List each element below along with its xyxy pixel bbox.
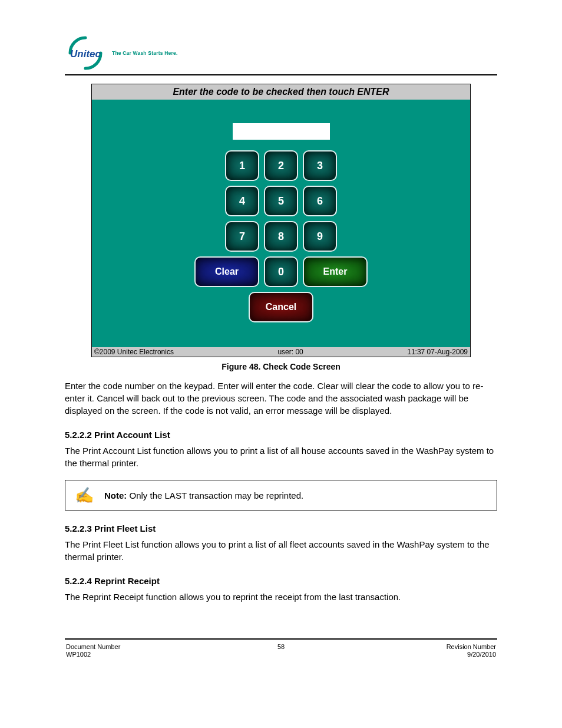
cancel-button[interactable]: Cancel — [249, 292, 313, 322]
screenshot-title: Enter the code to be checked then touch … — [92, 84, 470, 100]
heading-print-fleet-list: 5.2.2.3 Print Fleet List — [65, 523, 497, 533]
footer-doc-label: Document Number — [66, 643, 120, 650]
footer-doc-value: WP1002 — [66, 651, 184, 658]
paragraph-check-code: Enter the code number on the keypad. Ent… — [65, 380, 497, 417]
key-4[interactable]: 4 — [225, 186, 259, 216]
code-input[interactable] — [233, 123, 330, 140]
action-row: Clear 0 Enter — [194, 256, 368, 287]
key-1[interactable]: 1 — [225, 150, 259, 181]
logo-text: Unitec — [70, 48, 101, 60]
page-footer: Document Number WP1002 58 Revision Numbe… — [65, 643, 497, 658]
note-body: Only the LAST transaction may be reprint… — [130, 490, 304, 500]
note-text: Note: Only the LAST transaction may be r… — [104, 490, 303, 500]
note-icon: ✍ — [75, 487, 94, 503]
paragraph-print-fleet: The Print Fleet List function allows you… — [65, 538, 497, 563]
key-7[interactable]: 7 — [225, 221, 259, 252]
screenshot-statusbar: ©2009 Unitec Electronics user: 00 11:37 … — [92, 347, 470, 357]
unitec-logo: Unitec — [65, 35, 106, 71]
footer-rev-label: Revision Number — [447, 643, 496, 650]
page-header: Unitec The Car Wash Starts Here. — [65, 35, 497, 71]
paragraph-reprint: The Reprint Receipt function allows you … — [65, 591, 497, 603]
key-2[interactable]: 2 — [264, 150, 298, 181]
enter-button[interactable]: Enter — [303, 256, 368, 287]
logo-slogan: The Car Wash Starts Here. — [112, 50, 177, 56]
footer-rev-value: 9/20/2010 — [378, 651, 496, 658]
screenshot-panel: Enter the code to be checked then touch … — [91, 84, 471, 357]
keypad: 1 2 3 4 5 6 7 8 9 — [225, 150, 337, 252]
footer-divider — [65, 638, 497, 640]
heading-reprint-receipt: 5.2.2.4 Reprint Receipt — [65, 576, 497, 586]
key-0[interactable]: 0 — [264, 256, 298, 287]
key-6[interactable]: 6 — [303, 186, 337, 216]
header-divider — [65, 74, 497, 75]
status-right: 11:37 07-Aug-2009 — [407, 348, 468, 356]
status-left: ©2009 Unitec Electronics — [94, 348, 174, 356]
screenshot-body: 1 2 3 4 5 6 7 8 9 Clear 0 Enter Cancel — [92, 100, 470, 347]
status-center: user: 00 — [277, 348, 303, 356]
footer-page-number: 58 — [184, 643, 378, 658]
paragraph-print-account: The Print Account List function allows y… — [65, 444, 497, 469]
key-8[interactable]: 8 — [264, 221, 298, 252]
clear-button[interactable]: Clear — [194, 256, 259, 287]
key-3[interactable]: 3 — [303, 150, 337, 181]
figure-caption: Figure 48. Check Code Screen — [65, 362, 497, 371]
note-box: ✍ Note: Only the LAST transaction may be… — [65, 480, 497, 510]
key-5[interactable]: 5 — [264, 186, 298, 216]
note-label: Note: — [104, 490, 127, 500]
heading-print-account-list: 5.2.2.2 Print Account List — [65, 430, 497, 440]
key-9[interactable]: 9 — [303, 221, 337, 252]
